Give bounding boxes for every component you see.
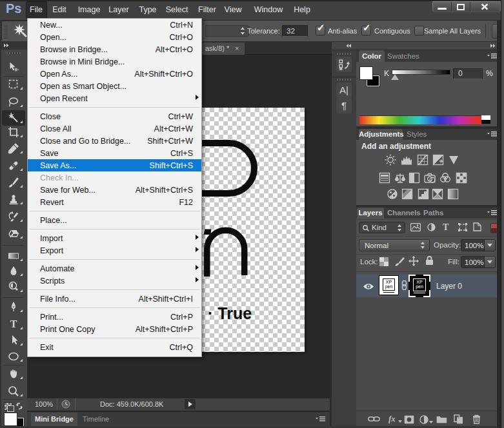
- svg-text:T: T: [10, 318, 17, 329]
